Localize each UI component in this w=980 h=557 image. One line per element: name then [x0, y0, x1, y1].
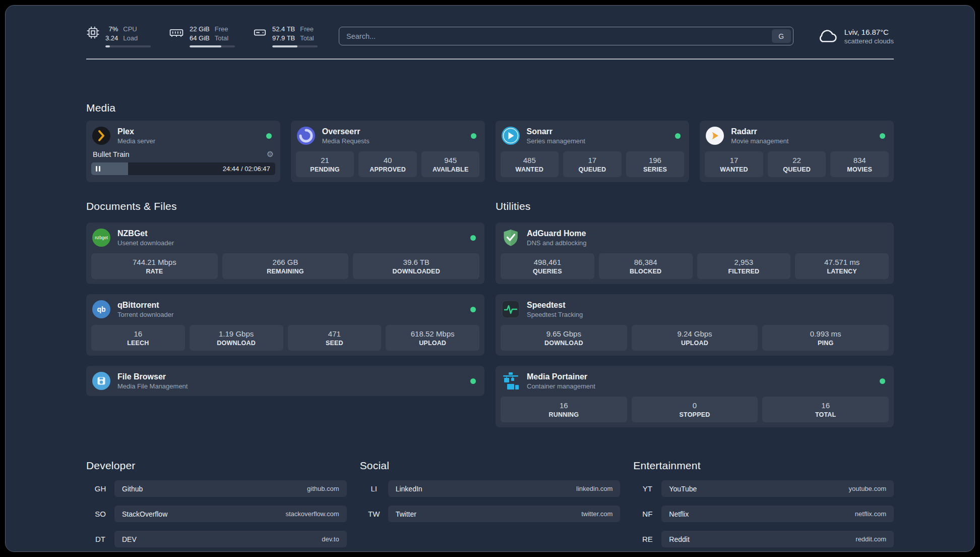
service-card-radarr[interactable]: Radarr Movie management 17 WANTED 22 QUE… [700, 121, 894, 182]
bookmark-github[interactable]: GH Github github.com [86, 480, 347, 497]
section-title-media: Media [86, 102, 894, 114]
stat-seed: 471 SEED [288, 325, 382, 351]
playback-progress-bar[interactable]: 24:44 / 02:06:47 [91, 162, 275, 175]
memory-total-label: Total [215, 34, 228, 43]
stat-queued: 22 QUEUED [768, 151, 826, 177]
settings-gear-icon[interactable]: ⚙ [266, 150, 273, 158]
sonarr-icon [501, 126, 521, 146]
svg-text:qb: qb [97, 305, 105, 313]
bookmark-linkedin[interactable]: LI LinkedIn linkedin.com [360, 480, 621, 497]
bookmark-youtube[interactable]: YT YouTube youtube.com [633, 480, 894, 497]
cpu-load-label: Load [123, 34, 138, 43]
section-title-entertainment: Entertainment [633, 460, 894, 472]
service-name: Media Portainer [527, 372, 595, 381]
service-subtitle: Speedtest Tracking [527, 311, 583, 318]
topbar-divider [86, 59, 894, 60]
section-title-utilities: Utilities [496, 200, 894, 212]
topbar: 7% 3.24 CPU Load [86, 25, 894, 47]
cpu-widget: 7% 3.24 CPU Load [86, 25, 151, 47]
section-documents: Documents & Files nzbget NZBGet Usenet d [86, 200, 484, 427]
search-provider-button[interactable]: G [772, 29, 791, 43]
stat-filtered: 2,953 FILTERED [697, 253, 791, 279]
search-input[interactable] [339, 27, 793, 45]
pause-button[interactable] [96, 166, 100, 172]
stat-downloaded: 39.6 TB DOWNLOADED [353, 253, 479, 279]
service-name: File Browser [117, 372, 188, 381]
status-indicator [880, 378, 885, 384]
stat-download: 9.65 Gbps DOWNLOAD [501, 325, 627, 351]
service-subtitle: DNS and adblocking [527, 239, 587, 247]
stat-available: 945 AVAILABLE [421, 151, 480, 177]
cpu-progress-bar [105, 45, 151, 47]
cloud-icon [817, 27, 838, 46]
service-name: Speedtest [527, 301, 583, 310]
section-utilities: Utilities AdGuard Home [496, 200, 894, 427]
stat-rate: 744.21 Mbps RATE [91, 253, 218, 279]
service-card-sonarr[interactable]: Sonarr Series management 485 WANTED 17 Q… [496, 121, 690, 182]
section-title-social: Social [360, 460, 621, 472]
status-indicator [880, 133, 885, 139]
bookmark-group-entertainment: Entertainment YT YouTube youtube.com NF … [633, 460, 894, 547]
playback-time: 24:44 / 02:06:47 [223, 165, 270, 173]
service-subtitle: Series management [527, 137, 585, 145]
cpu-icon [86, 26, 100, 39]
service-card-adguard[interactable]: AdGuard Home DNS and adblocking 498,461 … [496, 222, 894, 284]
service-name: Overseerr [322, 127, 370, 136]
memory-free-label: Free [215, 25, 228, 34]
section-title-developer: Developer [86, 460, 347, 472]
service-subtitle: Media File Management [117, 382, 188, 390]
filebrowser-icon [91, 371, 111, 391]
stat-wanted: 485 WANTED [501, 151, 559, 177]
status-indicator [471, 133, 476, 139]
service-subtitle: Media server [117, 137, 155, 145]
stat-running: 16 RUNNING [501, 397, 627, 422]
stat-approved: 40 APPROVED [358, 151, 417, 177]
qbittorrent-icon: qb [91, 299, 111, 319]
search-bar: G [339, 27, 793, 45]
service-name: Sonarr [527, 127, 585, 136]
stat-pending: 21 PENDING [296, 151, 354, 177]
nzbget-icon: nzbget [91, 228, 111, 248]
service-name: AdGuard Home [527, 229, 587, 238]
bookmark-group-developer: Developer GH Github github.com SO StackO… [86, 460, 347, 547]
disk-total-label: Total [300, 34, 314, 43]
bookmark-stackoverflow[interactable]: SO StackOverflow stackoverflow.com [86, 506, 347, 522]
service-subtitle: Torrent downloader [117, 311, 173, 318]
service-card-portainer[interactable]: Media Portainer Container management 16 … [496, 366, 894, 427]
stat-upload: 9.24 Gbps UPLOAD [632, 325, 758, 351]
service-card-plex[interactable]: Plex Media server Bullet Train ⚙ [86, 121, 280, 182]
bookmark-dev[interactable]: DT DEV dev.to [86, 531, 347, 547]
service-name: NZBGet [117, 229, 174, 238]
stat-series: 196 SERIES [626, 151, 685, 177]
now-playing-title: Bullet Train [93, 150, 130, 158]
weather-widget: Lviv, 16.87°C scattered clouds [817, 27, 894, 46]
stat-latency: 47.571 ms LATENCY [795, 253, 889, 279]
service-card-filebrowser[interactable]: File Browser Media File Management [86, 366, 484, 396]
cpu-usage-value: 7% [109, 25, 118, 34]
stat-movies: 834 MOVIES [830, 151, 889, 177]
disk-progress-bar [272, 45, 318, 47]
cpu-label: CPU [123, 25, 138, 34]
stat-total: 16 TOTAL [762, 397, 889, 422]
memory-widget: 22 GiB 64 GiB Free Total [169, 25, 235, 47]
service-subtitle: Media Requests [322, 137, 370, 145]
weather-location: Lviv, 16.87°C [844, 28, 894, 36]
bookmarks: Developer GH Github github.com SO StackO… [86, 460, 894, 547]
service-card-overseerr[interactable]: Overseerr Media Requests 21 PENDING 40 A… [291, 121, 485, 182]
stat-blocked: 86,384 BLOCKED [599, 253, 693, 279]
section-media: Media Plex Media server [86, 102, 894, 182]
stat-wanted: 17 WANTED [705, 151, 763, 177]
service-card-nzbget[interactable]: nzbget NZBGet Usenet downloader 744.21 M… [86, 222, 484, 284]
service-card-qbittorrent[interactable]: qb qBittorrent Torrent downloader 16 LEE… [86, 294, 484, 356]
resource-widgets: 7% 3.24 CPU Load [86, 25, 318, 47]
svg-text:nzbget: nzbget [95, 235, 108, 240]
service-subtitle: Usenet downloader [117, 239, 174, 247]
bookmark-reddit[interactable]: RE Reddit reddit.com [633, 531, 894, 547]
bookmark-netflix[interactable]: NF Netflix netflix.com [633, 506, 894, 522]
bookmark-twitter[interactable]: TW Twitter twitter.com [360, 506, 621, 522]
disk-total-value: 97.9 TB [272, 34, 295, 43]
service-card-speedtest[interactable]: Speedtest Speedtest Tracking 9.65 Gbps D… [496, 294, 894, 356]
memory-total-value: 64 GiB [190, 34, 210, 43]
section-title-documents: Documents & Files [86, 200, 484, 212]
service-name: Plex [117, 127, 155, 136]
